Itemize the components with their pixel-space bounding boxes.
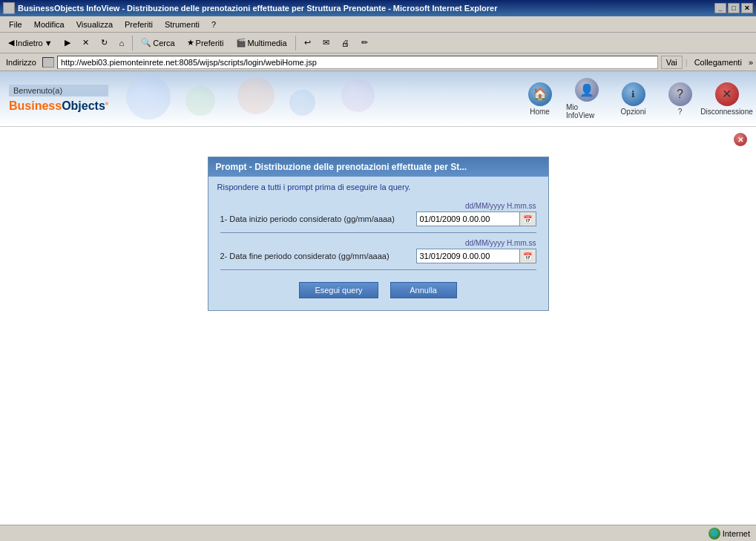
menu-bar: File Modifica Visualizza Preferiti Strum… — [0, 16, 756, 33]
nav-home[interactable]: 🏠 Home — [519, 82, 560, 116]
internet-label: Internet — [723, 529, 750, 538]
prompt-title-bar: Prompt - Distribuzione delle prenotazion… — [208, 157, 548, 177]
calendar-button-1[interactable]: 📅 — [520, 212, 536, 226]
address-label: Indirizzo — [3, 58, 39, 67]
refresh-icon: ↻ — [101, 38, 108, 47]
home-nav-icon: 🏠 — [528, 82, 552, 106]
prompt-dialog: Prompt - Distribuzione delle prenotazion… — [208, 157, 549, 311]
nav-home-label: Home — [530, 108, 550, 116]
date-label-1: 1- Data inizio periodo considerato (gg/m… — [220, 214, 416, 223]
nav-help[interactable]: ? ? — [660, 82, 700, 116]
history-button[interactable]: ↩ — [299, 35, 316, 51]
search-icon: 🔍 — [141, 38, 151, 47]
edit-icon: ✏ — [361, 38, 368, 47]
history-icon: ↩ — [304, 38, 311, 47]
date-input-1[interactable] — [416, 212, 520, 226]
close-x-button[interactable]: ✕ — [734, 133, 747, 146]
edit-button[interactable]: ✏ — [356, 35, 373, 51]
date-row-2: 2- Data fine periodo considerato (gg/mm/… — [220, 249, 536, 263]
mail-icon: ✉ — [323, 38, 329, 47]
links-button[interactable]: Collegamenti — [691, 56, 746, 68]
window-controls: _ □ ✕ — [714, 3, 753, 13]
title-bar: BusinessObjects InfoView - Distribuzione… — [0, 0, 756, 16]
nav-disconnect[interactable]: ✕ Disconnessione — [706, 82, 747, 116]
dropdown-arrow: ▼ — [45, 39, 53, 47]
stop-icon: ✕ — [82, 38, 89, 47]
back-arrow-icon: ◀ — [8, 38, 14, 47]
menu-help[interactable]: ? — [206, 19, 222, 30]
logo-text: BusinessObjects® — [9, 99, 108, 113]
nav-opzioni[interactable]: ℹ Opzioni — [613, 82, 654, 116]
print-button[interactable]: 🖨 — [336, 35, 355, 51]
favorites-button[interactable]: ★ Preferiti — [182, 35, 229, 51]
status-internet: 🌐 Internet — [709, 528, 750, 540]
main-area: Benvenuto(a) BusinessObjects® 🏠 Home 👤 — [0, 71, 756, 525]
home-button[interactable]: ⌂ — [114, 35, 130, 51]
disconnect-nav-icon: ✕ — [715, 82, 739, 106]
date-label-2: 2- Data fine periodo considerato (gg/mm/… — [220, 252, 416, 260]
print-icon: 🖨 — [341, 39, 349, 47]
page-icon — [42, 57, 54, 68]
window-title: BusinessObjects InfoView - Distribuzione… — [18, 4, 497, 13]
maximize-button[interactable]: □ — [728, 3, 740, 13]
calendar-button-2[interactable]: 📅 — [520, 249, 536, 263]
app-header-left: Benvenuto(a) BusinessObjects® — [0, 82, 117, 116]
home-icon: ⌂ — [119, 39, 125, 47]
separator-1 — [132, 36, 133, 50]
forward-button[interactable]: ▶ — [59, 35, 76, 51]
prompt-title-text: Prompt - Distribuzione delle prenotazion… — [216, 162, 467, 172]
prompt-subtitle: Rispondere a tutti i prompt prima di ese… — [208, 177, 548, 196]
separator-2 — [295, 36, 296, 50]
menu-view[interactable]: Visualizza — [70, 19, 119, 30]
divider-1 — [220, 232, 536, 233]
calendar-icon-2: 📅 — [523, 252, 532, 260]
menu-file[interactable]: File — [3, 19, 28, 30]
stop-button[interactable]: ✕ — [77, 35, 94, 51]
bubble-4 — [289, 90, 315, 116]
menu-favorites[interactable]: Preferiti — [119, 19, 159, 30]
date-hint-1: dd/MM/yyyy H.mm.ss — [220, 202, 536, 210]
mail-button[interactable]: ✉ — [318, 35, 335, 51]
multimedia-button[interactable]: 🎬 Multimedia — [231, 35, 292, 51]
app-icon — [3, 2, 15, 14]
expand-icon: » — [749, 58, 753, 67]
bubble-5 — [341, 79, 375, 112]
back-button[interactable]: ◀ Indietro ▼ — [3, 35, 58, 51]
nav-disconnect-label: Disconnessione — [700, 108, 753, 116]
search-button[interactable]: 🔍 Cerca — [136, 35, 180, 51]
nav-myinfoview-label: Mio InfoView — [566, 103, 607, 119]
help-nav-icon: ? — [668, 82, 692, 106]
separator-3: | — [686, 58, 688, 67]
bo-logo: BusinessObjects® — [9, 99, 108, 113]
header-nav: 🏠 Home 👤 Mio InfoView ℹ Opzioni ? ? ✕ Di… — [519, 78, 756, 119]
myinfoview-nav-icon: 👤 — [575, 78, 599, 102]
menu-tools[interactable]: Strumenti — [159, 19, 206, 30]
app-header: Benvenuto(a) BusinessObjects® 🏠 Home 👤 — [0, 71, 756, 127]
bubble-3 — [237, 77, 275, 114]
address-input[interactable] — [57, 56, 658, 69]
nav-help-label: ? — [678, 108, 683, 116]
date-hint-2: dd/MM/yyyy H.mm.ss — [220, 239, 536, 247]
bubble-1 — [126, 75, 171, 119]
nav-opzioni-label: Opzioni — [621, 108, 646, 116]
prompt-body: dd/MM/yyyy H.mm.ss 1- Data inizio period… — [208, 196, 548, 310]
toolbar: ◀ Indietro ▼ ▶ ✕ ↻ ⌂ 🔍 Cerca ★ Preferiti… — [0, 33, 756, 53]
date-row-1: 1- Data inizio periodo considerato (gg/m… — [220, 212, 536, 226]
date-input-2[interactable] — [416, 249, 520, 263]
minimize-button[interactable]: _ — [714, 3, 726, 13]
cancel-button[interactable]: Annulla — [390, 282, 457, 298]
nav-myinfoview[interactable]: 👤 Mio InfoView — [566, 78, 607, 119]
opzioni-nav-icon: ℹ — [622, 82, 645, 106]
divider-2 — [220, 269, 536, 270]
welcome-text: Benvenuto(a) — [9, 85, 108, 96]
bubble-2 — [185, 86, 215, 116]
close-button[interactable]: ✕ — [741, 3, 753, 13]
refresh-button[interactable]: ↻ — [96, 35, 113, 51]
multimedia-icon: 🎬 — [236, 38, 246, 47]
run-query-button[interactable]: Esegui query — [299, 282, 378, 298]
status-right: 🌐 Internet — [709, 528, 756, 540]
internet-icon: 🌐 — [709, 528, 720, 540]
go-button[interactable]: Vai — [661, 56, 683, 69]
content-body: ✕ Prompt - Distribuzione delle prenotazi… — [0, 127, 756, 525]
menu-edit[interactable]: Modifica — [28, 19, 70, 30]
